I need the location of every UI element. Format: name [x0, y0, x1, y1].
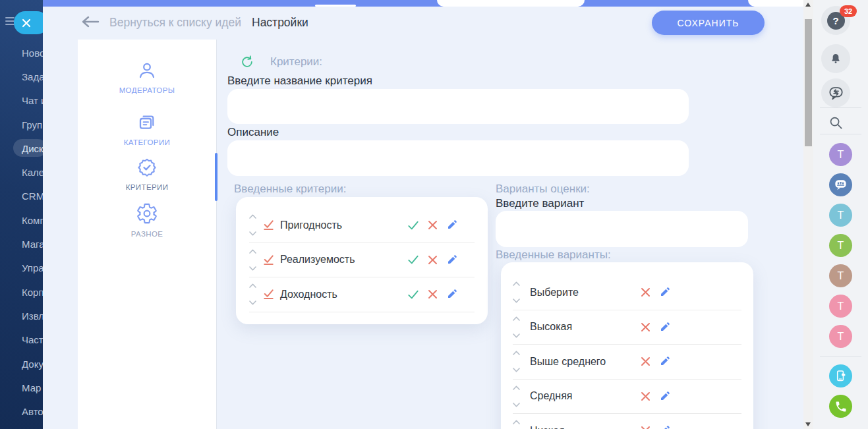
move-up-icon[interactable] [513, 281, 525, 286]
user-avatar[interactable]: T [829, 295, 852, 318]
criterion-actions [407, 289, 457, 300]
search-icon[interactable] [828, 115, 844, 130]
sidebar-menu-item[interactable]: Ново [0, 41, 43, 65]
criterion-description-label: Описание [227, 126, 279, 139]
sidebar-menu-item[interactable]: Зада [0, 65, 43, 88]
move-up-icon[interactable] [249, 249, 261, 254]
back-arrow-icon[interactable] [81, 15, 100, 31]
criterion-row: Реализуемость [249, 243, 475, 278]
edit-icon[interactable] [446, 289, 457, 300]
scroll-down-icon[interactable] [805, 422, 811, 426]
group-chat-avatar[interactable] [829, 173, 852, 196]
delete-icon[interactable] [428, 220, 438, 230]
confirm-icon[interactable] [407, 220, 419, 231]
sidebar-menu-item[interactable]: Мага [0, 232, 43, 256]
delete-icon[interactable] [641, 426, 651, 429]
edit-icon[interactable] [659, 322, 670, 333]
active-tab-indicator [215, 153, 217, 201]
edit-icon[interactable] [659, 287, 670, 298]
edit-icon[interactable] [446, 219, 457, 231]
edit-icon[interactable] [659, 391, 670, 402]
move-up-icon[interactable] [513, 351, 525, 355]
refresh-icon[interactable] [240, 55, 254, 72]
move-down-icon[interactable] [249, 266, 261, 271]
user-avatar[interactable]: T [829, 204, 852, 227]
vertical-scrollbar[interactable] [803, 0, 813, 429]
toolbar-divider [820, 356, 861, 357]
back-to-ideas-link[interactable]: Вернуться к списку идей [109, 16, 241, 30]
criterion-mark-icon [262, 288, 275, 300]
notifications-button[interactable] [821, 44, 850, 73]
move-down-icon[interactable] [249, 231, 261, 236]
move-up-icon[interactable] [513, 386, 525, 390]
delete-icon[interactable] [641, 357, 651, 366]
sidebar-menu-item[interactable]: Авто [0, 399, 43, 423]
variant-input[interactable] [496, 211, 748, 247]
top-search-field-partial[interactable] [437, 0, 585, 7]
sidebar-menu-item[interactable]: Извл [0, 304, 43, 328]
reorder-control [513, 386, 525, 407]
criterion-row: Доходность [249, 277, 475, 312]
scroll-up-icon[interactable] [805, 3, 811, 7]
tab-moderators[interactable]: МОДЕРАТОРЫ [78, 60, 216, 94]
tab-label: КАТЕГОРИИ [78, 138, 216, 146]
delete-icon[interactable] [641, 322, 651, 332]
tab-criteria[interactable]: КРИТЕРИИ [78, 157, 216, 191]
sidebar-menu-item[interactable]: Мар [0, 376, 43, 399]
user-avatar[interactable]: T [829, 143, 852, 166]
criterion-name-input[interactable] [227, 89, 689, 124]
sidebar-menu-item[interactable]: Доку [0, 352, 43, 376]
delete-icon[interactable] [641, 391, 651, 401]
tab-misc[interactable]: РАЗНОЕ [78, 202, 216, 238]
sidebar-menu-item[interactable]: Чат и [0, 89, 43, 113]
sidebar-menu-item[interactable]: Груп [0, 113, 43, 136]
sidebar-menu-item[interactable]: Част [0, 328, 43, 352]
delete-icon[interactable] [428, 255, 438, 265]
sidebar-menu-item[interactable]: Упра [0, 256, 43, 280]
delete-icon[interactable] [428, 289, 438, 299]
criterion-name-label: Введите название критерия [227, 74, 372, 88]
move-down-icon[interactable] [513, 333, 525, 338]
edit-icon[interactable] [659, 356, 670, 367]
user-avatar[interactable]: T [829, 234, 852, 257]
confirm-icon[interactable] [407, 289, 419, 300]
move-down-icon[interactable] [513, 403, 525, 407]
telephony-avatar[interactable] [829, 395, 852, 418]
app-window: НовоЗадаЧат иГрупДискКалеCRMКомпМагаУпра… [0, 0, 868, 429]
sidebar-menu-item[interactable]: CRM [0, 185, 43, 208]
hamburger-menu-icon[interactable] [5, 17, 14, 27]
edit-icon[interactable] [659, 425, 670, 429]
sidebar-menu-item[interactable]: Кале [0, 160, 43, 184]
messenger-button[interactable] [821, 78, 850, 107]
save-button[interactable]: СОХРАНИТЬ [652, 11, 765, 35]
sidebar-menu-item[interactable]: Корп [0, 280, 43, 304]
reorder-control [249, 283, 261, 305]
reorder-control [513, 281, 525, 303]
edit-icon[interactable] [446, 254, 457, 266]
delete-icon[interactable] [641, 287, 651, 297]
move-down-icon[interactable] [249, 300, 261, 305]
move-up-icon[interactable] [249, 214, 261, 219]
user-avatar[interactable]: T [829, 325, 852, 348]
variant-row: Низкая [513, 414, 741, 429]
move-up-icon[interactable] [513, 420, 525, 424]
move-down-icon[interactable] [513, 368, 525, 372]
mobile-app-avatar[interactable] [829, 364, 852, 387]
close-icon [22, 18, 31, 28]
criterion-description-input[interactable] [227, 140, 689, 176]
toolbar-divider [820, 107, 861, 108]
scrollbar-thumb[interactable] [805, 19, 812, 146]
tab-label: МОДЕРАТОРЫ [78, 86, 216, 94]
move-down-icon[interactable] [513, 299, 525, 303]
sidebar-menu-item[interactable]: Диск [0, 136, 43, 160]
notification-badge: 32 [840, 5, 857, 17]
confirm-icon[interactable] [407, 254, 419, 265]
variant-actions [641, 356, 670, 367]
sidebar-close-button[interactable] [14, 11, 43, 34]
tab-categories[interactable]: КАТЕГОРИИ [78, 112, 216, 146]
sidebar-menu-item[interactable]: Комп [0, 208, 43, 232]
main-sidebar: НовоЗадаЧат иГрупДискКалеCRMКомпМагаУпра… [0, 0, 43, 429]
move-up-icon[interactable] [513, 316, 525, 321]
move-up-icon[interactable] [249, 283, 261, 288]
user-avatar[interactable]: T [829, 264, 852, 287]
